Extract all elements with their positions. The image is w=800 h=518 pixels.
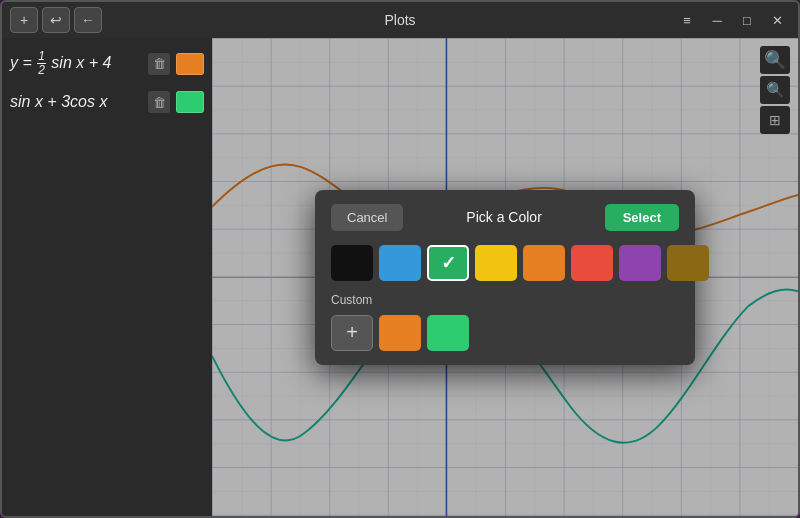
back-button[interactable]: ← [74,7,102,33]
selected-check-icon: ✓ [441,252,456,274]
swatch-red[interactable] [571,245,613,281]
titlebar-right-controls: ≡ ─ □ ✕ [674,8,790,32]
custom-swatch-green[interactable] [427,315,469,351]
minimize-button[interactable]: ─ [704,8,730,32]
eq1-color-swatch[interactable] [176,53,204,75]
custom-section-label: Custom [331,293,679,307]
sidebar: y = 12 sin x + 4 🗑 sin x + 3cos x 🗑 [2,38,212,516]
swatch-purple[interactable] [619,245,661,281]
swatch-blue[interactable] [379,245,421,281]
swatch-yellow[interactable] [475,245,517,281]
titlebar-left-controls: + ↩ ← [10,7,102,33]
titlebar: + ↩ ← Plots ≡ ─ □ ✕ [2,2,798,38]
swatch-black[interactable] [331,245,373,281]
menu-button[interactable]: ≡ [674,8,700,32]
maximize-button[interactable]: □ [734,8,760,32]
equation-2-text: sin x + 3cos x [10,93,142,111]
delete-eq1-button[interactable]: 🗑 [148,53,170,75]
preset-swatches-row: ✓ [331,245,679,281]
dialog-select-button[interactable]: Select [605,204,679,231]
equation-row-2: sin x + 3cos x 🗑 [8,87,206,117]
color-dialog-overlay: Cancel Pick a Color Select ✓ [212,38,798,516]
swatch-orange[interactable] [523,245,565,281]
swatch-brown[interactable] [667,245,709,281]
eq2-color-swatch[interactable] [176,91,204,113]
equation-1-text: y = 12 sin x + 4 [10,50,142,77]
window-title: Plots [384,12,415,28]
swatch-green[interactable]: ✓ [427,245,469,281]
dialog-header: Cancel Pick a Color Select [331,204,679,231]
main-window: + ↩ ← Plots ≡ ─ □ ✕ [0,0,800,518]
equation-row-1: y = 12 sin x + 4 🗑 [8,46,206,81]
custom-swatches-row: + [331,315,679,351]
dialog-title: Pick a Color [466,209,541,225]
graph-area: 🔍 🔍 ⊞ Cancel Pick a Color Select [212,38,798,516]
main-area: y = 12 sin x + 4 🗑 sin x + 3cos x 🗑 [2,38,798,516]
color-dialog: Cancel Pick a Color Select ✓ [315,190,695,365]
add-button[interactable]: + [10,7,38,33]
delete-eq2-button[interactable]: 🗑 [148,91,170,113]
custom-swatch-orange[interactable] [379,315,421,351]
add-custom-color-button[interactable]: + [331,315,373,351]
dialog-cancel-button[interactable]: Cancel [331,204,403,231]
close-button[interactable]: ✕ [764,8,790,32]
undo-button[interactable]: ↩ [42,7,70,33]
